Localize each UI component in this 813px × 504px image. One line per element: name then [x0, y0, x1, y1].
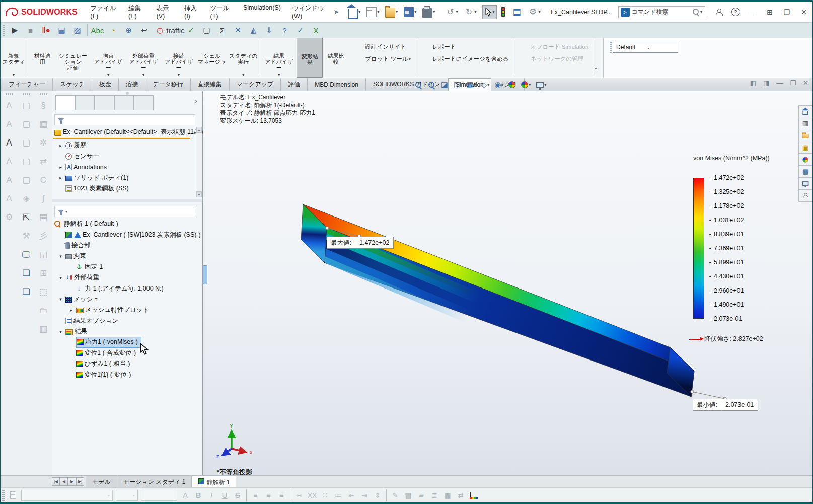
save-icon[interactable]: ▾ [402, 5, 418, 19]
mass-properties-icon[interactable]: ⊕ [121, 24, 136, 37]
display-monitor-icon[interactable]: 🖵 [19, 245, 33, 264]
ribbon-button[interactable]: 拘束 アドバイザー ▾ [91, 38, 126, 78]
open-icon[interactable]: ▾ [383, 4, 400, 20]
collapse-ui-icon[interactable]: ⊞ [761, 6, 778, 19]
ribbon-button[interactable]: プロット ツール▾ [352, 53, 410, 65]
configurationmanager-tab[interactable] [95, 95, 114, 110]
home-tab-icon[interactable] [798, 105, 812, 117]
add-annotation-icon[interactable]: A [2, 152, 16, 171]
compare-documents-icon[interactable]: ? [277, 24, 292, 37]
paste-settings-icon[interactable]: ❏ [19, 282, 33, 301]
ribbon-button[interactable]: シミュレーション 評価 [55, 38, 91, 78]
command-tab[interactable]: マークアップ [230, 78, 281, 91]
ribbon-button[interactable]: 新規 スタディ ▾ [1, 38, 27, 78]
check-entity-icon[interactable]: ✓ [183, 24, 199, 37]
close-icon[interactable]: ✕ [795, 6, 812, 19]
menu-item[interactable]: ファイル(F) [85, 1, 123, 23]
sheet-tab[interactable]: モデル [86, 476, 117, 488]
thickness-analysis-icon[interactable]: ⇓ [261, 24, 277, 37]
ribbon-button[interactable]: 接続 アドバイザー ▾ [161, 38, 196, 78]
search-icon[interactable] [692, 8, 700, 16]
rollback-bar[interactable] [53, 138, 190, 139]
copy-settings-icon[interactable]: ❏ [19, 264, 33, 282]
graphics-viewport[interactable]: モデル名: Ex_Cantilever スタディ名: 静解析 1(-Defaul… [203, 91, 812, 475]
edit-macro-icon[interactable]: ▨ [69, 24, 85, 37]
command-search-input[interactable]: > コマンド検索 ▾ [618, 6, 706, 18]
weld-symbol-icon[interactable]: A [2, 189, 16, 208]
tree-item[interactable]: 固定-1 [76, 262, 106, 272]
command-tab[interactable]: 直接編集 [191, 78, 230, 91]
menu-item[interactable]: 挿入(I) [179, 1, 205, 23]
tree-scrollbar[interactable]: ▲▼ [196, 127, 202, 197]
tree-item[interactable]: 結果オプション [65, 316, 121, 326]
ribbon-button[interactable]: 結果 アドバイザー ▾ [261, 38, 297, 78]
datum-feature-icon[interactable]: A [2, 171, 16, 189]
annotation-edit-icon[interactable]: A [2, 115, 16, 133]
corner-box-icon[interactable]: ◱ [36, 245, 50, 264]
study-tree-filter[interactable]: ▾ [54, 206, 195, 217]
grid-system-icon[interactable]: ▦ [36, 115, 50, 133]
spline-icon[interactable]: ʃ [36, 189, 50, 208]
options-list-icon[interactable]: ▤ [509, 5, 524, 19]
view-palette-icon[interactable]: ▣ [798, 141, 812, 154]
custom-properties-icon[interactable]: ▤ [798, 166, 812, 178]
tree-item[interactable]: ▾ 外部荷重 [56, 272, 102, 283]
run-macro-icon[interactable]: ▶ [7, 24, 23, 37]
dimxpertmanager-tab[interactable] [114, 95, 134, 110]
case-convert-icon[interactable]: Ꮯ [36, 171, 50, 189]
flag-grid-icon[interactable]: ⊞ [36, 264, 50, 282]
menu-item[interactable]: Simulation(S) [238, 1, 286, 23]
balloon-note-icon[interactable]: A [2, 96, 16, 115]
tree-item[interactable]: 1023 炭素鋼板 (SS) [56, 183, 132, 194]
user-settings-icon[interactable] [798, 190, 812, 202]
tree-item[interactable]: ▸ ソリッド ボディ(1) [56, 173, 131, 183]
new-document-icon[interactable]: ▾ [364, 5, 381, 19]
settings-gear-icon[interactable]: ⚙▾ [526, 5, 542, 19]
section-curve-icon[interactable]: § [36, 96, 50, 115]
tree-item[interactable]: 変位1{1} (-変位-) [76, 369, 134, 380]
undo-icon[interactable]: ↺▾ [443, 5, 460, 19]
measure-icon[interactable]: ◔ [105, 24, 121, 37]
folder-tool-icon[interactable]: 🗀 [36, 301, 50, 320]
menu-item[interactable]: 編集(E) [123, 1, 151, 23]
maximize-icon[interactable]: ❐ [778, 6, 795, 19]
expand-arrow[interactable]: ▾ [56, 297, 65, 302]
command-tab[interactable]: 板金 [92, 78, 119, 91]
max-value-callout[interactable]: 最大値: 1.472e+02 [327, 237, 394, 249]
minimize-window-icon[interactable]: — [776, 79, 783, 87]
view-settings-icon[interactable]: ▾ [534, 81, 548, 89]
appearances-icon[interactable] [798, 154, 812, 166]
ribbon-button[interactable]: シェル マネージャ [196, 38, 228, 78]
rebuild-icon[interactable] [499, 5, 507, 19]
min-value-callout[interactable]: 最小値: 2.073e-01 [693, 399, 758, 411]
pin-icon[interactable]: ➤ [333, 8, 339, 16]
tree-filter[interactable] [54, 114, 195, 125]
propertymanager-tab[interactable] [75, 95, 95, 110]
sensors-icon[interactable]: ✓ [292, 24, 308, 37]
performance-evaluation-icon[interactable]: ◷ [152, 24, 168, 37]
wave-icon[interactable]: 彡 [36, 227, 50, 245]
apply-scene-icon[interactable]: ▾ [520, 80, 532, 89]
ribbon-button[interactable]: ネットワークの管理 [518, 53, 588, 65]
tree-item[interactable]: 静解析 1 (-Default-) [54, 219, 121, 229]
panel-expand-icon[interactable]: › [195, 97, 197, 105]
markup-icon[interactable]: ↩ [136, 24, 152, 37]
collapse-right-icon[interactable]: ◨ [763, 79, 769, 87]
dashed-box-icon[interactable]: ⬚ [36, 282, 50, 301]
command-tab[interactable]: スケッチ [53, 78, 92, 91]
command-tab[interactable]: 溶接 [119, 78, 145, 91]
bottom-view-cube-icon[interactable]: ◈ [19, 189, 33, 208]
mesh-grid-icon[interactable]: ▤ [36, 208, 50, 227]
select-tool[interactable]: ▾ [482, 5, 497, 19]
view-orientation-icon[interactable]: ▦▾ [465, 79, 477, 90]
help-icon[interactable]: ? [731, 8, 740, 16]
ribbon-collapse-icon[interactable]: ⌃ [594, 67, 598, 74]
menu-item[interactable]: 表示(V) [151, 1, 179, 23]
configuration-dropdown[interactable]: Default⌄ [613, 42, 678, 53]
ribbon-button[interactable]: オフロード Simulation [518, 41, 588, 53]
sheet-tab[interactable]: 静解析 1 [192, 476, 236, 488]
tree-item[interactable]: 応力1 (-vonMises-) [76, 337, 141, 347]
stop-macro-icon[interactable]: ■ [23, 24, 38, 37]
ribbon-button[interactable]: 設計インサイト [352, 41, 410, 53]
color-legend-icon[interactable] [467, 489, 480, 501]
